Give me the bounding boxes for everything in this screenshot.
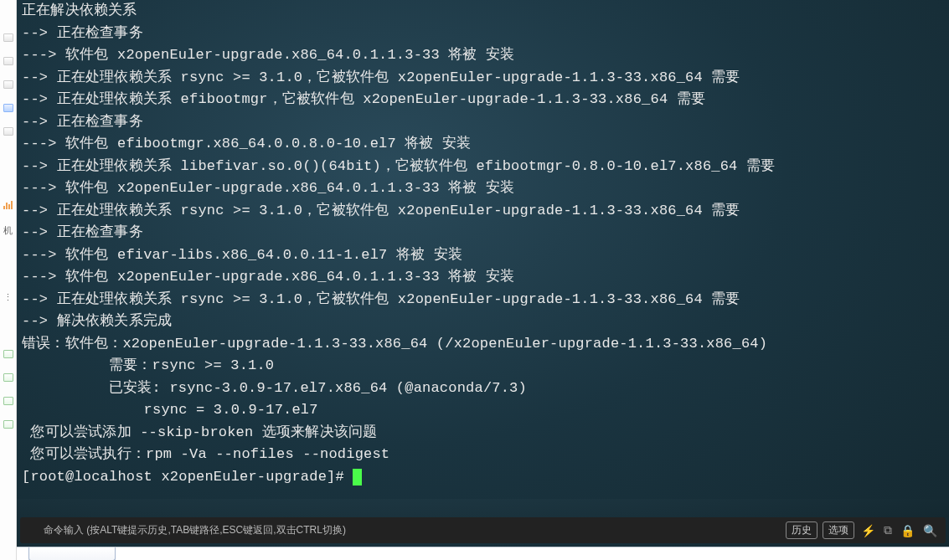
terminal-line: --> 正在检查事务 bbox=[22, 111, 944, 134]
terminal-line: 您可以尝试添加 --skip-broken 选项来解决该问题 bbox=[22, 422, 944, 444]
thumb-icon[interactable] bbox=[3, 57, 13, 65]
terminal-line: ---> 软件包 efivar-libs.x86_64.0.0.11-1.el7… bbox=[22, 244, 944, 267]
thumb-icon[interactable] bbox=[3, 33, 13, 42]
thumb-icon[interactable] bbox=[3, 420, 13, 429]
cursor-icon bbox=[353, 469, 362, 486]
status-bar: 命令输入 (按ALT键提示历史,TAB键路径,ESC键返回,双击CTRL切换) … bbox=[20, 517, 946, 543]
terminal-line: --> 正在处理依赖关系 rsync >= 3.1.0，它被软件包 x2open… bbox=[22, 200, 944, 223]
main-panel: 正在解决依赖关系--> 正在检查事务---> 软件包 x2openEuler-u… bbox=[17, 0, 949, 560]
lock-icon[interactable]: 🔒 bbox=[899, 524, 916, 537]
status-bar-right: 历史 选项 ⚡ ⧉ 🔒 🔍 bbox=[786, 521, 939, 539]
terminal-line: --> 正在处理依赖关系 rsync >= 3.1.0，它被软件包 x2open… bbox=[22, 289, 944, 311]
menu-dots-icon[interactable]: ⋮ bbox=[3, 292, 13, 303]
terminal-line: --> 解决依赖关系完成 bbox=[22, 311, 944, 333]
terminal-prompt: [root@localhost x2openEuler-upgrade]# bbox=[22, 469, 353, 485]
terminal-line: ---> 软件包 x2openEuler-upgrade.x86_64.0.1.… bbox=[22, 177, 944, 200]
app-root: 机 ⋮ 正在解决依赖关系--> 正在检查事务---> 软件包 x2openEul… bbox=[0, 0, 949, 560]
terminal-line: --> 正在处理依赖关系 rsync >= 3.1.0，它被软件包 x2open… bbox=[22, 67, 944, 90]
thumb-icon[interactable] bbox=[3, 80, 13, 89]
terminal-line: ---> 软件包 x2openEuler-upgrade.x86_64.0.1.… bbox=[22, 266, 944, 289]
copy-icon[interactable]: ⧉ bbox=[882, 523, 894, 537]
terminal-line: 已安装: rsync-3.0.9-17.el7.x86_64 (@anacond… bbox=[22, 378, 944, 400]
terminal-line: 您可以尝试执行：rpm -Va --nofiles --nodigest bbox=[22, 444, 944, 466]
terminal-line: --> 正在检查事务 bbox=[22, 222, 944, 244]
bottom-tab[interactable] bbox=[28, 547, 116, 560]
terminal-blank[interactable] bbox=[17, 499, 949, 517]
terminal-line: 错误：软件包：x2openEuler-upgrade-1.1.3-33.x86_… bbox=[22, 333, 944, 356]
thumb-icon[interactable] bbox=[3, 373, 13, 382]
terminal-prompt-line[interactable]: [root@localhost x2openEuler-upgrade]# bbox=[22, 466, 944, 489]
terminal-line: rsync = 3.0.9-17.el7 bbox=[22, 399, 944, 422]
terminal-line: --> 正在处理依赖关系 efibootmgr，它被软件包 x2openEule… bbox=[22, 89, 944, 111]
command-input-hint[interactable]: 命令输入 (按ALT键提示历史,TAB键路径,ESC键返回,双击CTRL切换) bbox=[27, 523, 786, 537]
terminal-line: ---> 软件包 efibootmgr.x86_64.0.0.8.0-10.el… bbox=[22, 133, 944, 156]
terminal-line: --> 正在处理依赖关系 libefivar.so.0()(64bit)，它被软… bbox=[22, 156, 944, 178]
terminal-line: --> 正在检查事务 bbox=[22, 23, 944, 45]
terminal-line: ---> 软件包 x2openEuler-upgrade.x86_64.0.1.… bbox=[22, 44, 944, 67]
bolt-icon[interactable]: ⚡ bbox=[859, 524, 877, 537]
history-button[interactable]: 历史 bbox=[786, 521, 817, 539]
thumb-icon[interactable] bbox=[3, 350, 13, 358]
label-machine: 机 bbox=[3, 224, 13, 237]
chart-icon[interactable] bbox=[3, 199, 13, 209]
terminal-line: 正在解决依赖关系 bbox=[22, 0, 944, 23]
terminal-line: 需要：rsync >= 3.1.0 bbox=[22, 355, 944, 378]
options-button[interactable]: 选项 bbox=[823, 521, 854, 539]
thumb-icon[interactable] bbox=[3, 127, 13, 136]
thumb-icon-active[interactable] bbox=[3, 104, 13, 112]
left-sidebar: 机 ⋮ bbox=[0, 0, 17, 560]
terminal-output[interactable]: 正在解决依赖关系--> 正在检查事务---> 软件包 x2openEuler-u… bbox=[17, 0, 949, 499]
search-icon[interactable]: 🔍 bbox=[921, 524, 939, 537]
bottom-tab-strip bbox=[17, 547, 949, 560]
thumb-icon[interactable] bbox=[3, 397, 13, 405]
